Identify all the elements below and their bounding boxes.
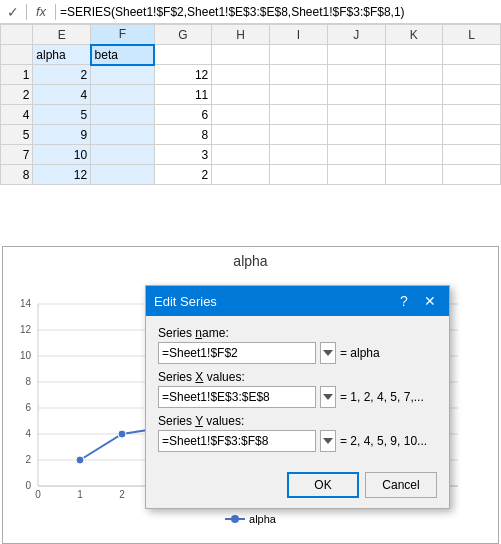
- svg-marker-35: [323, 394, 333, 400]
- dialog-title: Edit Series: [154, 294, 217, 309]
- series-name-label: Series name:: [158, 326, 437, 340]
- close-button[interactable]: ✕: [419, 291, 441, 311]
- titlebar-buttons: ? ✕: [393, 291, 441, 311]
- series-name-collapse-btn[interactable]: [320, 342, 336, 364]
- series-x-input[interactable]: [158, 386, 316, 408]
- dialog-body: Series name: = alpha Series X values: = …: [146, 316, 449, 468]
- dialog-titlebar: Edit Series ? ✕: [146, 286, 449, 316]
- series-x-label: Series X values:: [158, 370, 437, 384]
- series-y-input[interactable]: [158, 430, 316, 452]
- series-y-row: = 2, 4, 5, 9, 10...: [158, 430, 437, 452]
- series-y-label: Series Y values:: [158, 414, 437, 428]
- cancel-button[interactable]: Cancel: [365, 472, 437, 498]
- series-x-row: = 1, 2, 4, 5, 7,...: [158, 386, 437, 408]
- help-button[interactable]: ?: [393, 291, 415, 311]
- series-y-collapse-btn[interactable]: [320, 430, 336, 452]
- series-name-input[interactable]: [158, 342, 316, 364]
- svg-marker-34: [323, 350, 333, 356]
- svg-marker-36: [323, 438, 333, 444]
- dialog-footer: OK Cancel: [146, 468, 449, 508]
- series-x-result: = 1, 2, 4, 5, 7,...: [340, 390, 440, 404]
- series-name-row: = alpha: [158, 342, 437, 364]
- dialog-overlay: Edit Series ? ✕ Series name: = alpha Ser…: [0, 0, 501, 544]
- series-y-result: = 2, 4, 5, 9, 10...: [340, 434, 440, 448]
- edit-series-dialog: Edit Series ? ✕ Series name: = alpha Ser…: [145, 285, 450, 509]
- series-name-result: = alpha: [340, 346, 440, 360]
- ok-button[interactable]: OK: [287, 472, 359, 498]
- series-x-collapse-btn[interactable]: [320, 386, 336, 408]
